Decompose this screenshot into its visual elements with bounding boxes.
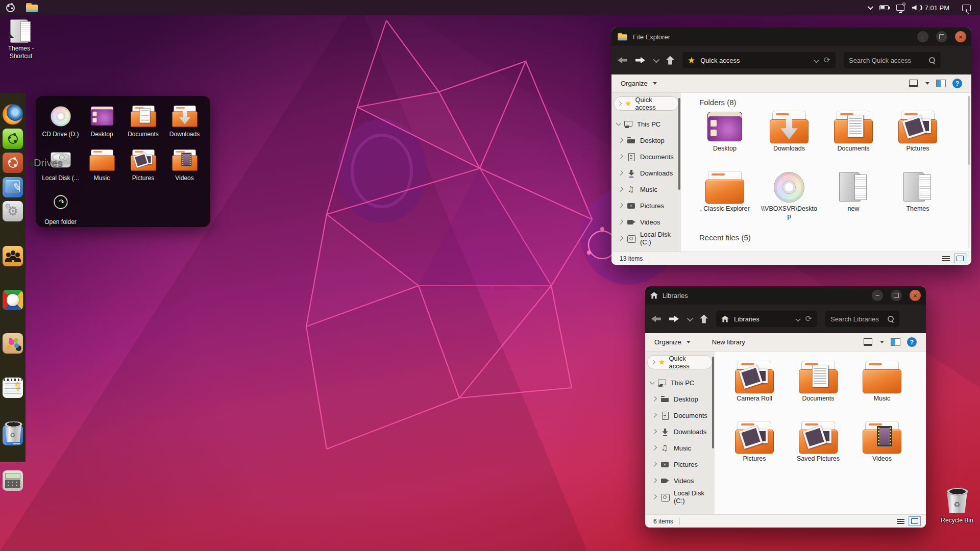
chevron-right-icon[interactable] — [652, 429, 657, 434]
battery-icon[interactable] — [879, 5, 889, 10]
folder-item-pictures[interactable]: Pictures — [724, 418, 785, 478]
up-icon[interactable] — [666, 56, 674, 65]
volume-icon[interactable] — [912, 5, 917, 11]
trash-icon[interactable]: ♻ — [3, 421, 23, 442]
preview-pane-icon[interactable] — [936, 80, 946, 87]
minimize-icon[interactable]: – — [872, 290, 883, 301]
forward-icon[interactable] — [669, 315, 679, 323]
address-dropdown-chevron-icon[interactable] — [795, 316, 800, 321]
back-icon[interactable] — [618, 57, 627, 64]
chevron-right-icon[interactable] — [652, 445, 657, 450]
recent-locations-chevron-icon[interactable] — [687, 315, 694, 321]
chevron-down-icon[interactable] — [649, 380, 654, 385]
start-button-ubuntu-logo-icon[interactable] — [6, 4, 15, 12]
new-library-button[interactable]: New library — [712, 338, 745, 346]
view-dropdown-icon[interactable] — [925, 82, 929, 85]
sidebar-item-documents[interactable]: Documents — [611, 148, 681, 165]
chevron-down-icon[interactable] — [616, 121, 621, 126]
details-view-icon[interactable] — [942, 256, 950, 262]
search-colorful-icon[interactable] — [3, 290, 23, 310]
clock[interactable]: 7:01 PM — [925, 4, 949, 12]
folder-item-new[interactable]: new — [823, 168, 884, 228]
sidebar-item-pictures[interactable]: Pictures — [645, 456, 715, 472]
content-scrollbar[interactable] — [968, 96, 970, 248]
titlebar[interactable]: File Explorer – × — [611, 28, 971, 46]
close-icon[interactable]: × — [910, 290, 921, 301]
calculator-icon[interactable] — [3, 470, 23, 491]
thumbnail-view-icon[interactable] — [954, 254, 966, 263]
folder-item-downloads[interactable]: Downloads — [758, 108, 820, 168]
flyout-item-downloads[interactable]: Downloads — [164, 101, 205, 145]
help-icon[interactable]: ? — [952, 79, 962, 88]
chevron-right-icon[interactable] — [652, 478, 657, 483]
paint-splash-icon[interactable] — [3, 333, 23, 354]
refresh-icon[interactable]: ⟳ — [805, 315, 812, 323]
folder-item-desktop[interactable]: Desktop — [694, 108, 755, 168]
notes-icon[interactable]: ✎ — [3, 378, 23, 398]
maximize-icon[interactable] — [891, 290, 902, 301]
flyout-item-documents[interactable]: Documents — [122, 101, 164, 145]
folder-item-themes[interactable]: Themes — [887, 168, 948, 228]
sidebar-item-desktop[interactable]: Desktop — [645, 391, 715, 407]
back-icon[interactable] — [651, 315, 661, 323]
system-settings-gears-icon[interactable]: ⚙⚙ — [3, 201, 23, 221]
thumbnail-view-icon[interactable] — [909, 516, 921, 526]
chevron-right-icon[interactable] — [652, 396, 657, 402]
search-box[interactable] — [825, 311, 899, 327]
drives-ubuntu-icon[interactable] — [3, 153, 23, 173]
up-icon[interactable] — [700, 315, 708, 323]
chevron-right-icon[interactable] — [618, 154, 623, 159]
tray-chevron-down-icon[interactable] — [867, 4, 873, 10]
folder-item-camera-roll[interactable]: Camera Roll — [724, 358, 785, 418]
sidebar-item-desktop[interactable]: Desktop — [611, 132, 681, 148]
folder-item-pictures[interactable]: Pictures — [887, 108, 948, 168]
firefox-icon[interactable] — [3, 104, 23, 124]
organize-dropdown-icon[interactable] — [653, 82, 657, 85]
forward-icon[interactable] — [635, 57, 645, 64]
address-dropdown-chevron-icon[interactable] — [814, 58, 819, 63]
chevron-right-icon[interactable] — [618, 170, 623, 176]
software-center-icon[interactable] — [3, 129, 23, 149]
chevron-right-icon[interactable] — [618, 102, 622, 106]
folder-item-videos[interactable]: Videos — [851, 418, 913, 478]
flyout-item-music[interactable]: Music — [81, 145, 122, 189]
recycle-bin[interactable]: ♻ Recycle Bin — [937, 488, 977, 524]
chevron-right-icon[interactable] — [618, 203, 623, 208]
chevron-right-icon[interactable] — [618, 219, 623, 224]
chevron-right-icon[interactable] — [618, 187, 623, 192]
organize-dropdown-icon[interactable] — [687, 341, 691, 343]
desktop-shortcut-themes[interactable]: Themes - Shortcut — [1, 18, 41, 60]
flyout-item-videos[interactable]: Videos — [164, 145, 205, 189]
sidebar-item-documents[interactable]: Documents — [645, 407, 715, 423]
sidebar-item-downloads[interactable]: Downloads — [611, 165, 681, 181]
flyout-item-cd-drive[interactable]: CD Drive (D:) — [40, 101, 81, 145]
address-bar[interactable]: ★ Quick access ⟳ — [682, 52, 836, 68]
chevron-right-icon[interactable] — [651, 360, 655, 364]
minimize-icon[interactable]: – — [917, 31, 928, 42]
sidebar-quick-access[interactable]: ★ Quick access — [614, 96, 679, 111]
flyout-item-desktop[interactable]: Desktop — [81, 101, 122, 145]
desktop-preferences-icon[interactable]: ✎ — [3, 177, 23, 197]
sidebar-item-local-disk[interactable]: Local Disk (C:) — [611, 230, 681, 246]
chevron-right-icon[interactable] — [652, 494, 657, 499]
sidebar-item-this-pc[interactable]: This PC — [645, 374, 715, 391]
change-view-icon[interactable] — [909, 80, 918, 87]
folder-item-vboxsvr[interactable]: \\VBOXSVR\Desktop — [758, 168, 820, 228]
sidebar-item-downloads[interactable]: Downloads — [645, 423, 715, 440]
search-input[interactable] — [830, 315, 883, 323]
sidebar-scrollbar[interactable] — [678, 98, 680, 190]
flyout-item-open-folder[interactable]: ↷ Open folder — [40, 189, 81, 233]
sidebar-item-music[interactable]: Music — [645, 440, 715, 456]
view-dropdown-icon[interactable] — [880, 341, 884, 343]
details-view-icon[interactable] — [897, 518, 904, 524]
sidebar-item-videos[interactable]: Videos — [645, 472, 715, 489]
organize-button[interactable]: Organize — [654, 338, 681, 346]
close-icon[interactable]: × — [955, 31, 966, 42]
file-explorer-taskbar-icon[interactable] — [26, 3, 38, 12]
users-icon[interactable] — [3, 246, 23, 266]
titlebar[interactable]: Libraries – × — [645, 286, 926, 305]
sidebar-item-pictures[interactable]: Pictures — [611, 197, 681, 214]
maximize-icon[interactable] — [936, 31, 947, 42]
sidebar-item-music[interactable]: Music — [611, 181, 681, 197]
folder-item-documents[interactable]: Documents — [788, 358, 849, 418]
